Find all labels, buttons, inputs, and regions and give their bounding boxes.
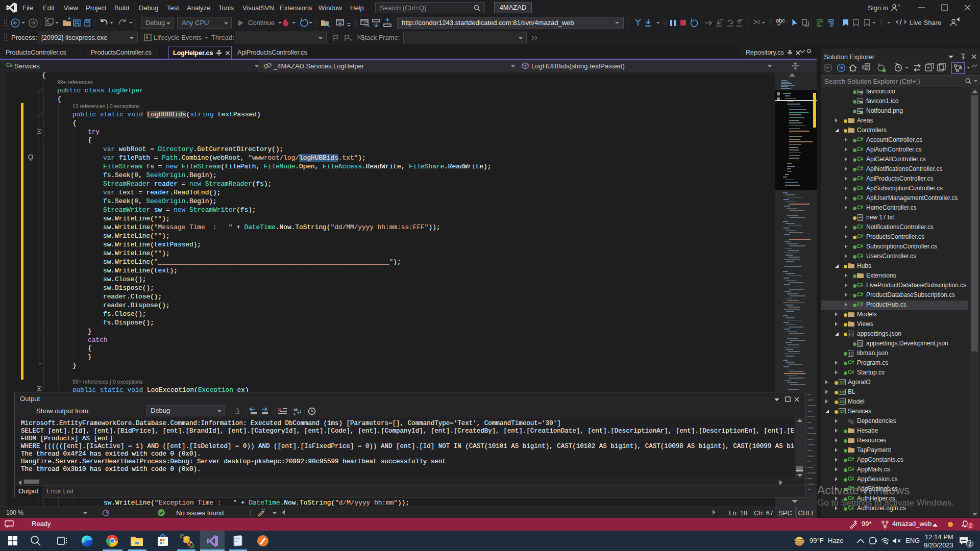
svg-text:Live Share: Live Share [910,19,941,27]
svg-text:c: c [293,411,296,416]
